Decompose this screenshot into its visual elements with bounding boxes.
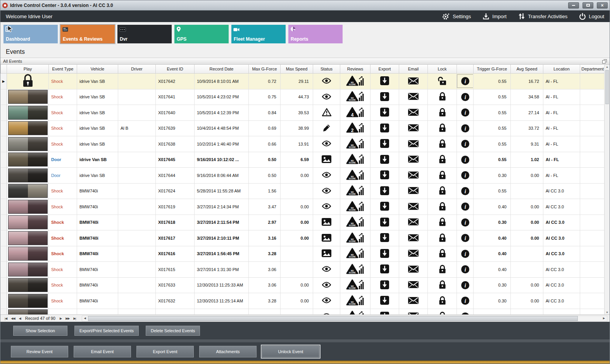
- avg-speed-cell[interactable]: 1.02: [511, 152, 543, 168]
- location-cell[interactable]: Al - FL: [543, 168, 580, 184]
- event-thumbnail[interactable]: [8, 247, 48, 261]
- record-date-cell[interactable]: 10/5/2014 4:12:39 PM: [195, 105, 249, 121]
- event-type-cell[interactable]: Door: [49, 152, 77, 168]
- export-cell[interactable]: [370, 105, 399, 121]
- avg-speed-cell[interactable]: 0.00: [511, 215, 543, 230]
- lock-cell[interactable]: [428, 136, 457, 152]
- max-g-cell[interactable]: 0.69: [249, 120, 281, 136]
- reviews-cell[interactable]: NOSCORE: [340, 246, 370, 262]
- event-id-cell[interactable]: X017617: [156, 230, 195, 246]
- reviews-cell[interactable]: NOSCORE: [340, 136, 370, 152]
- event-id-cell[interactable]: X017638: [156, 136, 195, 152]
- max-speed-cell[interactable]: 0.00: [281, 199, 313, 215]
- status-cell[interactable]: [313, 136, 340, 152]
- event-thumbnail[interactable]: [8, 215, 48, 229]
- max-g-cell[interactable]: 2.97: [249, 215, 281, 230]
- event-id-cell[interactable]: X017618: [156, 215, 195, 230]
- attachments-button[interactable]: Attachments: [199, 346, 257, 357]
- last-record-button[interactable]: ▶|: [71, 317, 78, 320]
- event-id-cell[interactable]: X017624: [156, 183, 195, 199]
- play-cell[interactable]: [7, 168, 49, 184]
- table-row[interactable]: Shockidrive Van SBAl BX01763910/4/2014 4…: [1, 120, 605, 136]
- location-cell[interactable]: Al CC 3.0: [543, 183, 580, 199]
- record-date-cell[interactable]: [195, 309, 249, 314]
- event-type-cell[interactable]: Shock: [49, 246, 77, 262]
- trigger-g-cell[interactable]: 0.30: [474, 293, 511, 309]
- export-cell[interactable]: [370, 230, 399, 246]
- email-cell[interactable]: [399, 230, 428, 246]
- reviews-cell[interactable]: NOSCORE: [340, 89, 370, 105]
- event-thumbnail[interactable]: [8, 200, 48, 214]
- lock-cell[interactable]: [428, 230, 457, 246]
- table-row[interactable]: ShockBMW740iX0176193/27/2014 2:14:34 PM3…: [1, 199, 605, 215]
- event-thumbnail[interactable]: [8, 294, 48, 308]
- location-cell[interactable]: Al CC 3.0: [543, 199, 580, 215]
- department-cell[interactable]: [580, 168, 605, 184]
- reviews-cell[interactable]: NOSCORE: [340, 293, 370, 309]
- driver-cell[interactable]: [118, 183, 156, 199]
- record-date-cell[interactable]: 12/30/2013 11:25:33 AM: [195, 277, 249, 293]
- info-cell[interactable]: i: [457, 136, 474, 152]
- trigger-g-cell[interactable]: 0.55: [474, 183, 511, 199]
- table-row[interactable]: ShockBMW740iX0176183/27/2014 2:11:54 PM2…: [1, 215, 605, 230]
- info-cell[interactable]: i: [457, 89, 474, 105]
- trigger-g-cell[interactable]: 0.40: [474, 246, 511, 262]
- export-cell[interactable]: [370, 152, 399, 168]
- scroll-up-icon[interactable]: ▲: [605, 65, 610, 68]
- max-g-cell[interactable]: 3.06: [249, 277, 281, 293]
- record-date-cell[interactable]: 3/27/2014 1:56:45 PM: [195, 246, 249, 262]
- avg-speed-cell[interactable]: [511, 262, 543, 278]
- table-row[interactable]: ShockBMW740iX0176245/28/2014 11:55:28 AM…: [1, 183, 605, 199]
- record-date-cell[interactable]: 3/27/2014 2:14:34 PM: [195, 199, 249, 215]
- status-cell[interactable]: [313, 246, 340, 262]
- record-date-cell[interactable]: 5/28/2014 11:55:28 AM: [195, 183, 249, 199]
- driver-cell[interactable]: [118, 89, 156, 105]
- prev-page-button[interactable]: ◀◀: [9, 317, 17, 320]
- avg-speed-cell[interactable]: 0.00: [511, 293, 543, 309]
- column-header-trigger-g-force[interactable]: Trigger G-Force: [474, 65, 511, 73]
- vehicle-cell[interactable]: BMW740i: [77, 199, 118, 215]
- lock-cell[interactable]: [428, 152, 457, 168]
- review-event-button[interactable]: Review Event: [11, 346, 68, 357]
- email-cell[interactable]: [399, 309, 428, 314]
- lock-cell[interactable]: [428, 183, 457, 199]
- event-type-cell[interactable]: Door: [49, 168, 77, 184]
- record-date-cell[interactable]: 10/5/2014 4:23:02 PM: [195, 89, 249, 105]
- trigger-g-cell[interactable]: 0.30: [474, 215, 511, 230]
- trigger-g-cell[interactable]: 0.40: [474, 230, 511, 246]
- location-cell[interactable]: Al - FL: [543, 105, 580, 121]
- max-speed-cell[interactable]: 29.11: [281, 73, 313, 89]
- export-cell[interactable]: [370, 277, 399, 293]
- reviews-cell[interactable]: NOSCORE: [340, 73, 370, 89]
- table-row[interactable]: ShockBMW740iX0176173/27/2014 2:10:11 PM3…: [1, 230, 605, 246]
- department-cell[interactable]: [580, 262, 605, 278]
- avg-speed-cell[interactable]: 16.72: [511, 73, 543, 89]
- max-g-cell[interactable]: 0.84: [249, 105, 281, 121]
- table-row[interactable]: ShockBMW740iX0176163/27/2014 1:56:45 PM3…: [1, 246, 605, 262]
- column-header-avg-speed[interactable]: Avg Speed: [511, 65, 543, 73]
- prev-record-button[interactable]: ◀: [17, 317, 23, 320]
- event-id-cell[interactable]: X017642: [156, 73, 195, 89]
- email-cell[interactable]: [399, 136, 428, 152]
- horizontal-scroll-track[interactable]: [88, 316, 601, 321]
- max-g-cell[interactable]: 3.28: [249, 246, 281, 262]
- record-date-cell[interactable]: 3/27/2014 1:31:30 PM: [195, 262, 249, 278]
- email-cell[interactable]: [399, 246, 428, 262]
- export-cell[interactable]: [370, 183, 399, 199]
- location-cell[interactable]: Al - FL: [543, 73, 580, 89]
- trigger-g-cell[interactable]: 0.30: [474, 277, 511, 293]
- max-speed-cell[interactable]: 39.53: [281, 105, 313, 121]
- info-cell[interactable]: i: [457, 168, 474, 184]
- export-cell[interactable]: [370, 215, 399, 230]
- group-header-bar[interactable]: All Events: [0, 58, 610, 65]
- show-selection-button[interactable]: Show Selection: [13, 326, 67, 336]
- column-header-reviews[interactable]: Reviews: [340, 65, 370, 73]
- vehicle-cell[interactable]: idrive Van SB: [77, 120, 118, 136]
- play-cell[interactable]: [7, 277, 49, 293]
- avg-speed-cell[interactable]: [511, 309, 543, 314]
- record-date-cell[interactable]: 9/16/2014 8:06:44 AM: [195, 168, 249, 184]
- export-cell[interactable]: [370, 246, 399, 262]
- event-type-cell[interactable]: Shock: [49, 120, 77, 136]
- max-speed-cell[interactable]: 44.73: [281, 89, 313, 105]
- department-cell[interactable]: [580, 230, 605, 246]
